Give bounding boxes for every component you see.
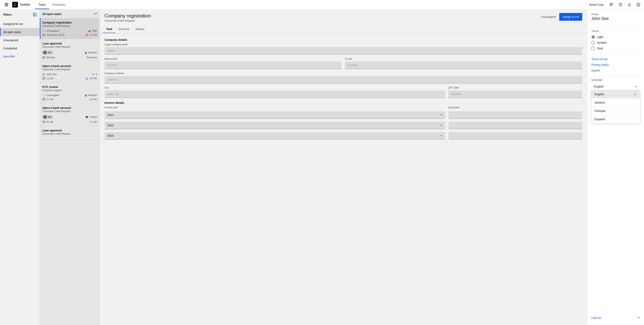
email-input[interactable]: [345, 61, 582, 69]
email-label: E-mail: [345, 57, 582, 60]
modeler-icon[interactable]: [608, 0, 616, 9]
topbar: Tasklist Tasks Processes Acme Corp.: [0, 0, 644, 9]
filters-sidebar: Filters Assigned to me All open tasks Un…: [0, 9, 40, 325]
created-date: 02 Jan: [42, 120, 54, 123]
org-name: Acme Corp.: [589, 3, 604, 6]
filter-unassigned[interactable]: Unassigned: [0, 36, 40, 44]
assignee-label: Unassigned: [46, 94, 59, 97]
task-card[interactable]: Company registration Camundia Credit Req…: [40, 18, 100, 39]
svg-point-6: [5, 5, 6, 6]
address-input[interactable]: [104, 76, 582, 83]
nav-tasks[interactable]: Tasks: [35, 0, 49, 9]
task-card[interactable]: Open a bank account Camundia Credit Requ…: [40, 61, 100, 82]
terms-link[interactable]: Terms of use: [591, 56, 640, 62]
task-list: All open tasks Company registration Camu…: [40, 9, 100, 325]
nav-processes[interactable]: Processes: [49, 0, 69, 9]
tab-history[interactable]: History: [132, 25, 148, 33]
svg-rect-43: [84, 95, 85, 96]
language-option-deutsch[interactable]: Deutsch: [591, 98, 640, 107]
task-card[interactable]: Open a bank account Camundia Credit Requ…: [40, 103, 100, 126]
language-option-english[interactable]: English: [591, 90, 640, 98]
priority-label: Critical: [86, 116, 97, 118]
assignment-status: Unassigned: [541, 15, 556, 18]
app-switcher-icon[interactable]: [2, 0, 10, 9]
language-option-espanol[interactable]: Español: [591, 115, 640, 123]
income-year-select[interactable]: 2023: [104, 132, 445, 140]
logout-label: Log out: [591, 316, 601, 319]
assignee-label: John Doe: [46, 73, 57, 76]
work-phone-label: Work phone: [104, 57, 342, 60]
svg-rect-45: [86, 94, 87, 96]
svg-point-1: [6, 3, 7, 4]
svg-rect-16: [33, 13, 36, 16]
income-year-select[interactable]: 2022: [104, 122, 445, 129]
task-card[interactable]: Loan approval Camundia Credit Request: [40, 126, 100, 140]
address-label: Company Address: [104, 72, 582, 75]
svg-point-2: [8, 3, 8, 4]
theme-light-label: Light: [597, 35, 603, 38]
tab-task[interactable]: Task: [103, 25, 116, 33]
arrow-right-icon: [637, 316, 640, 319]
tab-process[interactable]: Process: [116, 25, 132, 33]
main-content: Filters Assigned to me All open tasks Un…: [0, 9, 644, 325]
zip-input[interactable]: [448, 90, 582, 98]
legal-name-input[interactable]: [104, 47, 582, 55]
svg-rect-46: [43, 98, 45, 100]
theme-system-label: System: [597, 41, 606, 44]
svg-point-28: [86, 35, 87, 35]
privacy-link[interactable]: Privacy policy: [591, 62, 640, 68]
filter-all-open-tasks[interactable]: All open tasks: [0, 28, 40, 36]
check-icon: [634, 93, 637, 96]
language-option-label: Español: [594, 118, 605, 121]
svg-rect-53: [43, 121, 45, 123]
per-year-label: $ per year: [448, 106, 582, 109]
language-label: Language: [591, 78, 640, 81]
task-item-title: Loan approval: [42, 129, 97, 132]
income-year-label: Income year: [104, 106, 445, 109]
filter-assigned-to-me[interactable]: Assigned to me: [0, 20, 40, 28]
svg-rect-22: [43, 34, 45, 36]
theme-system-radio[interactable]: System: [591, 40, 640, 45]
notifications-icon[interactable]: [625, 0, 634, 9]
income-amount-input[interactable]: [448, 122, 582, 129]
task-item-process: Camundia Credit Request: [42, 24, 97, 27]
created-date: Yesterday, 15:23: [42, 33, 64, 36]
profile-label: Profile: [591, 13, 640, 16]
income-amount-input[interactable]: [448, 111, 582, 119]
theme-light-radio[interactable]: Light: [591, 34, 640, 40]
zip-label: ZIP Code: [448, 86, 582, 89]
filter-completed[interactable]: Completed: [0, 44, 40, 52]
due-date: 17 Jan: [90, 120, 97, 123]
task-card[interactable]: Loan approval Camundia Credit Request Me…: [40, 39, 100, 61]
assign-to-me-button[interactable]: Assign to me: [559, 13, 582, 21]
priority-label: High: [88, 29, 97, 32]
work-phone-input[interactable]: [104, 61, 342, 69]
svg-rect-32: [86, 52, 87, 54]
help-icon[interactable]: [616, 0, 624, 9]
sort-icon[interactable]: [94, 12, 97, 16]
task-card[interactable]: KYC review Customer support UnassignedMe…: [40, 82, 100, 103]
logout-button[interactable]: Log out: [591, 314, 640, 321]
svg-point-4: [6, 4, 7, 5]
new-filter-link[interactable]: New filter: [0, 52, 40, 60]
city-input[interactable]: [104, 90, 445, 98]
divider: [591, 76, 640, 76]
svg-rect-20: [89, 30, 90, 32]
task-item-title: KYC review: [42, 85, 97, 89]
svg-point-18: [43, 30, 45, 32]
user-avatar-icon[interactable]: [634, 0, 642, 9]
language-select[interactable]: English: [591, 83, 640, 90]
income-year-select[interactable]: 2021: [104, 111, 445, 119]
language-option-francais[interactable]: Français: [591, 107, 640, 115]
due-date: 01 Feb: [86, 33, 97, 36]
collapse-sidebar-icon[interactable]: [32, 12, 37, 17]
task-item-title: Open a bank account: [42, 106, 97, 109]
task-item-process: Camundia Credit Request: [42, 132, 97, 135]
svg-point-29: [44, 52, 46, 53]
imprint-link[interactable]: Imprint: [591, 68, 640, 73]
theme-dark-radio[interactable]: Dark: [591, 45, 640, 51]
income-amount-input[interactable]: [448, 132, 582, 140]
svg-point-7: [6, 5, 7, 6]
priority-label: 3: [92, 73, 97, 76]
divider: [591, 27, 640, 27]
